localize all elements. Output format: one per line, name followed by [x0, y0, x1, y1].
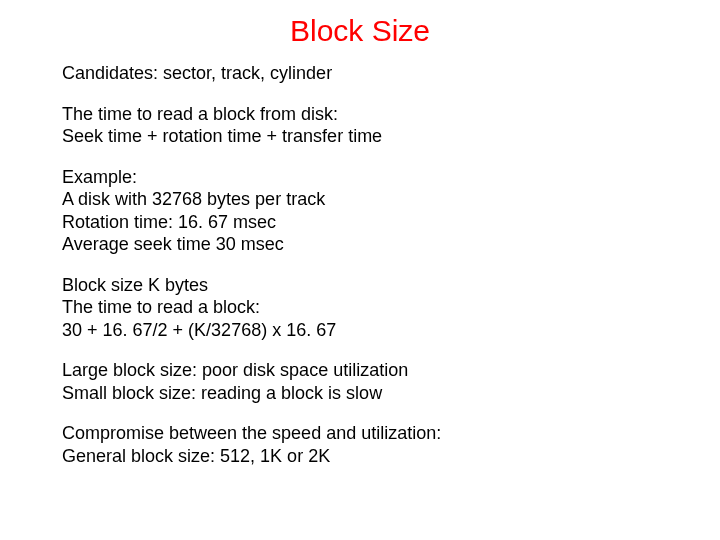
slide: Block Size Candidates: sector, track, cy… — [0, 0, 720, 540]
text-line: Compromise between the speed and utiliza… — [62, 422, 658, 445]
paragraph-compromise: Compromise between the speed and utiliza… — [62, 422, 658, 467]
text-line: Average seek time 30 msec — [62, 233, 658, 256]
paragraph-example: Example: A disk with 32768 bytes per tra… — [62, 166, 658, 256]
slide-body: Candidates: sector, track, cylinder The … — [62, 62, 658, 485]
text-line: Small block size: reading a block is slo… — [62, 382, 658, 405]
text-line: Large block size: poor disk space utiliz… — [62, 359, 658, 382]
text-line: Block size K bytes — [62, 274, 658, 297]
paragraph-formula: Block size K bytes The time to read a bl… — [62, 274, 658, 342]
text-line: Rotation time: 16. 67 msec — [62, 211, 658, 234]
text-line: 30 + 16. 67/2 + (K/32768) x 16. 67 — [62, 319, 658, 342]
text-line: Example: — [62, 166, 658, 189]
paragraph-read-time: The time to read a block from disk: Seek… — [62, 103, 658, 148]
paragraph-tradeoff: Large block size: poor disk space utiliz… — [62, 359, 658, 404]
paragraph-candidates: Candidates: sector, track, cylinder — [62, 62, 658, 85]
text-line: A disk with 32768 bytes per track — [62, 188, 658, 211]
text-line: The time to read a block from disk: — [62, 103, 658, 126]
text-line: Candidates: sector, track, cylinder — [62, 62, 658, 85]
text-line: The time to read a block: — [62, 296, 658, 319]
text-line: Seek time + rotation time + transfer tim… — [62, 125, 658, 148]
text-line: General block size: 512, 1K or 2K — [62, 445, 658, 468]
slide-title: Block Size — [0, 14, 720, 48]
